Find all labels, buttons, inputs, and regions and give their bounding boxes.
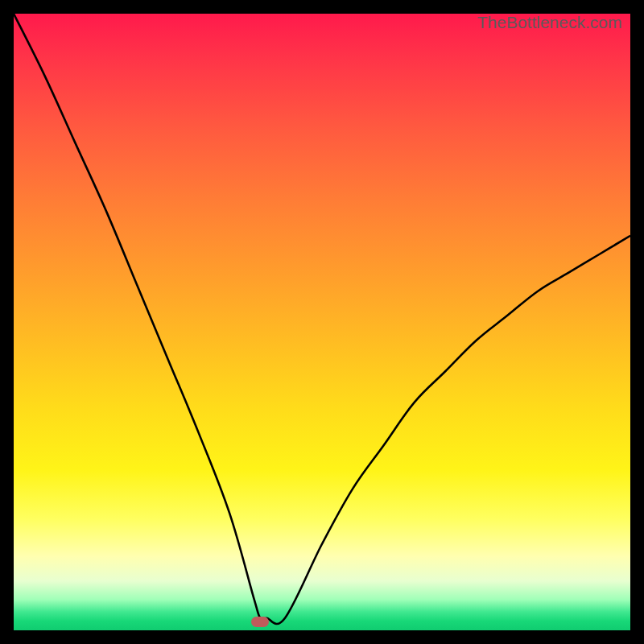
optimal-marker: [251, 617, 269, 627]
chart-frame: TheBottleneck.com: [14, 14, 630, 630]
watermark-text: TheBottleneck.com: [477, 13, 622, 32]
bottleneck-curve: [14, 14, 630, 630]
